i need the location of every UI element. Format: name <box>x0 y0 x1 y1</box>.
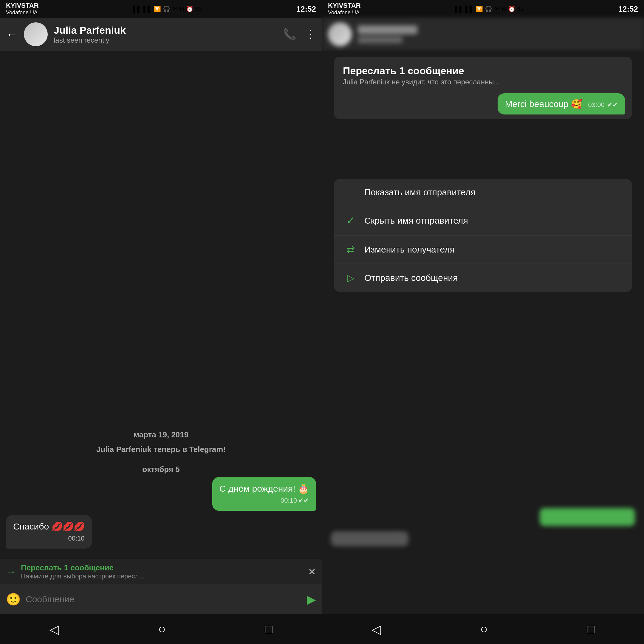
emoji-button[interactable]: 🙂 <box>6 592 21 606</box>
right-chat-body: Переслать 1 сообщение Julia Parfeniuk не… <box>322 51 644 614</box>
received-bubble-text: Спасибо 💋💋💋 <box>13 521 85 531</box>
message-input[interactable] <box>26 594 302 604</box>
left-time: 12:52 <box>296 4 316 14</box>
forward-close-button[interactable]: ✕ <box>308 566 316 578</box>
system-message: Julia Parfeniuk теперь в Telegram! <box>6 445 316 454</box>
forward-dialog-title: Переслать 1 сообщение <box>343 65 623 77</box>
chat-body: марта 19, 2019 Julia Parfeniuk теперь в … <box>0 51 322 559</box>
headphone-icon: 🎧 <box>163 5 170 13</box>
battery-icon: 69 <box>195 6 202 13</box>
sent-bubble: С днём рождения! 🎂 00:10 ✔✔ <box>212 477 316 511</box>
wifi-icon: 🛜 <box>154 5 161 13</box>
signal2-icon: ▌▌ <box>143 6 152 13</box>
blurred-bottom-area <box>322 505 644 549</box>
forward-dialog-subtitle: Julia Parfeniuk не увидит, что это перес… <box>343 78 623 86</box>
received-bubble: Спасибо 💋💋💋 00:10 <box>6 515 92 549</box>
change-recipient-icon: ⇄ <box>344 244 357 255</box>
signal-icon: ▌▌ <box>133 6 141 13</box>
more-icon[interactable]: ⋮ <box>305 28 316 41</box>
checkmark-icon: ✓ <box>344 214 357 227</box>
left-status-icons: ▌▌ ▌▌ 🛜 🎧 👁 N ⏰ 69 <box>133 5 202 13</box>
menu-item-show-sender[interactable]: Показать имя отправителя <box>334 179 632 206</box>
alarm-icon: ⏰ <box>186 5 193 13</box>
received-bubble-meta: 00:10 <box>13 534 85 543</box>
left-carrier: KYIVSTAR <box>6 2 39 10</box>
r-nfc-icon: N <box>502 6 506 13</box>
right-nav-back-icon[interactable]: ◁ <box>371 622 381 637</box>
r-signal2-icon: ▌▌ <box>465 6 474 13</box>
r-wifi-icon: 🛜 <box>476 5 483 13</box>
context-menu: Показать имя отправителя ✓ Скрыть имя от… <box>334 179 632 292</box>
back-button[interactable]: ← <box>6 28 18 41</box>
menu-item-send-messages[interactable]: ▷ Отправить сообщения <box>334 264 632 292</box>
forward-subtitle: Нажмите для выбора настроек пересл... <box>21 572 303 580</box>
r-battery-icon: 69 <box>517 6 524 13</box>
right-time: 12:52 <box>618 4 638 14</box>
nfc-icon: N <box>180 6 184 13</box>
contact-status: last seen recently <box>54 36 277 44</box>
left-panel: KYIVSTAR Vodafone UA ▌▌ ▌▌ 🛜 🎧 👁 N ⏰ 69 … <box>0 0 322 644</box>
r-alarm-icon: ⏰ <box>508 5 515 13</box>
r-headphone-icon: 🎧 <box>485 5 492 13</box>
sent-check: ✔✔ <box>298 496 309 505</box>
send-icon: ▷ <box>344 272 357 284</box>
header-info: Julia Parfeniuk last seen recently <box>54 24 277 44</box>
r-signal-icon: ▌▌ <box>455 6 463 13</box>
dialog-bubble-time: 03:00 <box>588 101 605 109</box>
call-icon[interactable]: 📞 <box>283 28 296 41</box>
eye-icon: 👁 <box>172 6 178 13</box>
left-status-bar: KYIVSTAR Vodafone UA ▌▌ ▌▌ 🛜 🎧 👁 N ⏰ 69 … <box>0 0 322 18</box>
sent-bubble-text: С днём рождения! 🎂 <box>219 484 309 493</box>
menu-item-hide-sender-label: Скрыть имя отправителя <box>364 216 468 226</box>
left-nav-bar: ◁ ○ □ <box>0 614 322 644</box>
right-carrier: KYIVSTAR <box>328 2 361 10</box>
menu-item-change-recipient-label: Изменить получателя <box>364 244 455 255</box>
input-bar: 🙂 ▶ <box>0 584 322 614</box>
forward-banner[interactable]: → Переслать 1 сообщение Нажмите для выбо… <box>0 559 322 584</box>
left-network: Vodafone UA <box>6 10 39 16</box>
dialog-bubble: Merci beaucoup 🥰 03:00 ✔✔ <box>498 93 625 114</box>
menu-item-send-label: Отправить сообщения <box>364 273 458 283</box>
forward-arrow-icon: → <box>6 566 16 578</box>
right-nav-home-icon[interactable]: ○ <box>480 622 488 636</box>
left-carrier-info: KYIVSTAR Vodafone UA <box>6 2 39 16</box>
right-avatar <box>328 22 352 46</box>
right-nav-bar: ◁ ○ □ <box>322 614 644 644</box>
r-eye-icon: 👁 <box>494 6 500 13</box>
dialog-bubble-row: Merci beaucoup 🥰 03:00 ✔✔ <box>334 89 632 119</box>
menu-item-change-recipient[interactable]: ⇄ Изменить получателя <box>334 236 632 264</box>
right-carrier-info: KYIVSTAR Vodafone UA <box>328 2 361 16</box>
forward-title: Переслать 1 сообщение <box>21 563 303 572</box>
avatar <box>24 22 48 46</box>
right-status-icons: ▌▌ ▌▌ 🛜 🎧 👁 N ⏰ 69 <box>455 5 524 13</box>
right-nav-recent-icon[interactable]: □ <box>587 622 594 636</box>
forward-text: Переслать 1 сообщение Нажмите для выбора… <box>21 563 303 580</box>
nav-recent-icon[interactable]: □ <box>265 622 272 636</box>
send-button[interactable]: ▶ <box>307 592 316 606</box>
received-time: 00:10 <box>68 534 85 543</box>
menu-item-show-sender-label: Показать имя отправителя <box>364 187 476 197</box>
right-panel: KYIVSTAR Vodafone UA ▌▌ ▌▌ 🛜 🎧 👁 N ⏰ 69 … <box>322 0 644 644</box>
nav-home-icon[interactable]: ○ <box>158 622 166 636</box>
date-separator-2: октября 5 <box>6 465 316 474</box>
nav-back-icon[interactable]: ◁ <box>49 622 59 637</box>
menu-item-hide-sender[interactable]: ✓ Скрыть имя отправителя <box>334 206 632 236</box>
sent-message-row: С днём рождения! 🎂 00:10 ✔✔ <box>6 477 316 511</box>
chat-header: ← Julia Parfeniuk last seen recently 📞 ⋮ <box>0 18 322 51</box>
sent-bubble-meta: 00:10 ✔✔ <box>219 496 309 505</box>
forward-dialog-card: Переслать 1 сообщение Julia Parfeniuk не… <box>334 57 632 119</box>
header-actions: 📞 ⋮ <box>283 28 316 41</box>
dialog-bubble-check: ✔✔ <box>607 101 618 109</box>
dialog-bubble-text: Merci beaucoup 🥰 <box>505 99 582 109</box>
right-network: Vodafone UA <box>328 10 361 16</box>
right-blurred-header <box>322 18 644 51</box>
right-status-bar: KYIVSTAR Vodafone UA ▌▌ ▌▌ 🛜 🎧 👁 N ⏰ 69 … <box>322 0 644 18</box>
date-separator-1: марта 19, 2019 <box>6 430 316 439</box>
contact-name: Julia Parfeniuk <box>54 24 277 36</box>
forward-dialog-header: Переслать 1 сообщение Julia Parfeniuk не… <box>334 57 632 89</box>
received-message-row: Спасибо 💋💋💋 00:10 <box>6 515 316 549</box>
sent-time: 00:10 <box>281 496 297 505</box>
